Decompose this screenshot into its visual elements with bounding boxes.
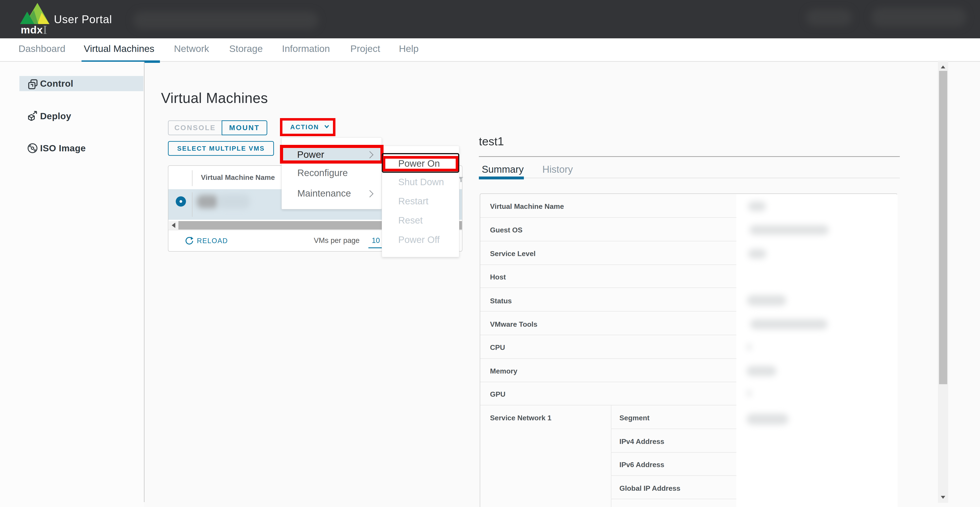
svg-text:I: I [43,23,47,37]
svg-text:mdx: mdx [21,24,43,36]
